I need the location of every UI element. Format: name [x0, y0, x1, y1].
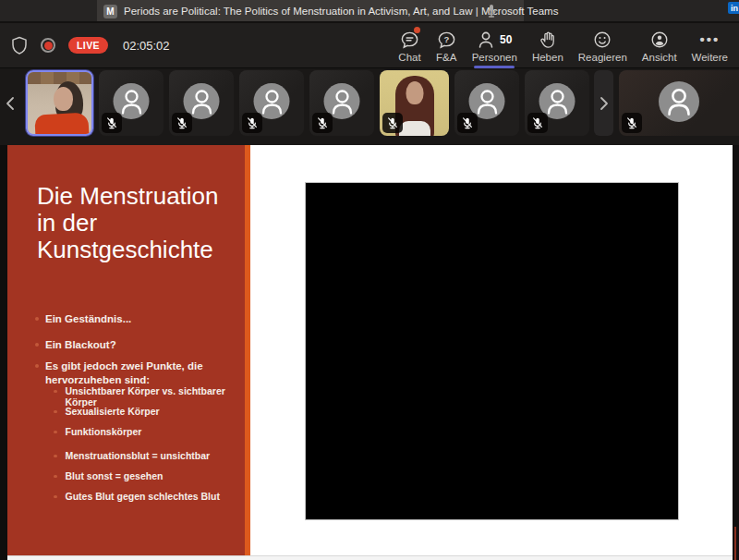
muted-mic-icon — [457, 113, 478, 133]
titlebar-center: M Periods are Political: The Politics of… — [97, 0, 524, 22]
people-button[interactable]: 50 Personen — [465, 23, 525, 68]
participant-video[interactable] — [380, 70, 449, 136]
meeting-toolbar: LIVE 02:05:02 Chat ? F&A — [0, 23, 739, 68]
muted-mic-icon — [622, 113, 642, 133]
window-titlebar: M Periods are Political: The Politics of… — [0, 0, 739, 22]
slide-bullet: Ein Blackout? — [35, 338, 233, 352]
slide-bottom-edge — [7, 555, 733, 560]
meeting-timer: 02:05:02 — [123, 39, 170, 53]
slide-point: Menstruationsblut = unsichtbar — [54, 450, 238, 461]
video-background — [28, 72, 91, 84]
participant-tile[interactable] — [454, 70, 519, 136]
live-badge: LIVE — [68, 37, 108, 54]
view-label: Ansicht — [642, 52, 677, 63]
svg-text:?: ? — [443, 33, 449, 43]
muted-mic-icon — [172, 113, 192, 133]
linkedin-icon[interactable]: in — [728, 2, 739, 14]
slide-sub-bullet: Unsichtbarer Körper vs. sichtbarer Körpe… — [54, 385, 238, 408]
qa-button[interactable]: ? F&A — [429, 23, 465, 68]
raise-hand-label: Heben — [532, 52, 563, 63]
muted-mic-icon — [527, 113, 548, 133]
more-dots-icon: ••• — [699, 29, 720, 51]
presentation-slide: Die Menstruation in der Kunstgeschichte … — [7, 145, 733, 555]
recording-icon — [41, 38, 55, 53]
slide-title: Die Menstruation in der Kunstgeschichte — [37, 183, 238, 263]
react-button[interactable]: Reagieren — [571, 23, 635, 68]
avatar — [659, 81, 699, 122]
participant-tile[interactable] — [99, 70, 164, 136]
question-bubble-icon: ? — [436, 29, 457, 51]
presentation-stage: Die Menstruation in der Kunstgeschichte … — [0, 145, 739, 560]
participant-tile[interactable] — [525, 70, 589, 136]
titlebar-microphone-icon — [485, 4, 498, 18]
participant-tile[interactable] — [309, 70, 374, 136]
slide-bullet: Es gibt jedoch zwei Punkte, die hervorzu… — [35, 359, 233, 387]
toolbar-button-group: Chat ? F&A 50 Personen — [391, 23, 735, 67]
participant-video-speaking[interactable] — [26, 70, 93, 136]
react-label: Reagieren — [578, 52, 627, 63]
chat-notification-dot — [414, 27, 420, 33]
people-label: Personen — [472, 52, 517, 63]
slide-bullet: Ein Geständnis... — [35, 312, 233, 326]
stage-edge — [0, 145, 7, 560]
participant-filmstrip — [0, 68, 739, 145]
muted-mic-icon — [382, 113, 403, 133]
qa-label: F&A — [436, 52, 456, 63]
people-icon — [477, 30, 495, 50]
muted-mic-icon — [312, 113, 333, 133]
muted-mic-icon — [242, 113, 262, 133]
slide-image-blackout — [305, 182, 679, 520]
view-button[interactable]: Ansicht — [635, 23, 684, 68]
teams-meeting-window: M Periods are Political: The Politics of… — [0, 0, 739, 560]
shield-icon — [11, 36, 28, 55]
more-button[interactable]: ••• Weitere — [684, 23, 735, 68]
smiley-icon — [592, 29, 612, 51]
slide-sub-bullet: Funktionskörper — [54, 426, 238, 437]
scroll-left-button[interactable] — [0, 70, 20, 136]
chevron-right-icon — [600, 96, 609, 111]
participant-tile[interactable] — [239, 70, 304, 136]
slide-point: Gutes Blut gegen schlechtes Blut — [54, 491, 238, 502]
slide-accent-stripe — [245, 145, 250, 555]
slide-point: Blut sonst = gesehen — [54, 470, 238, 481]
scroll-indicator — [734, 527, 736, 560]
chevron-left-icon — [6, 96, 15, 111]
more-label: Weitere — [692, 52, 728, 63]
participant-tile[interactable] — [169, 70, 234, 136]
person-circle-icon — [649, 29, 670, 51]
muted-mic-icon — [102, 113, 122, 133]
slide-sub-bullet: Sexualisierte Körper — [54, 406, 238, 417]
raised-hand-icon — [538, 29, 558, 51]
chat-button[interactable]: Chat — [391, 23, 428, 68]
participant-tile[interactable] — [619, 70, 739, 136]
participant-count: 50 — [500, 33, 512, 46]
chat-label: Chat — [398, 52, 420, 63]
teams-app-icon: M — [103, 5, 117, 18]
raise-hand-button[interactable]: Heben — [525, 23, 571, 68]
toolbar-left-group: LIVE 02:05:02 — [11, 36, 170, 55]
scroll-right-button[interactable] — [594, 70, 613, 136]
